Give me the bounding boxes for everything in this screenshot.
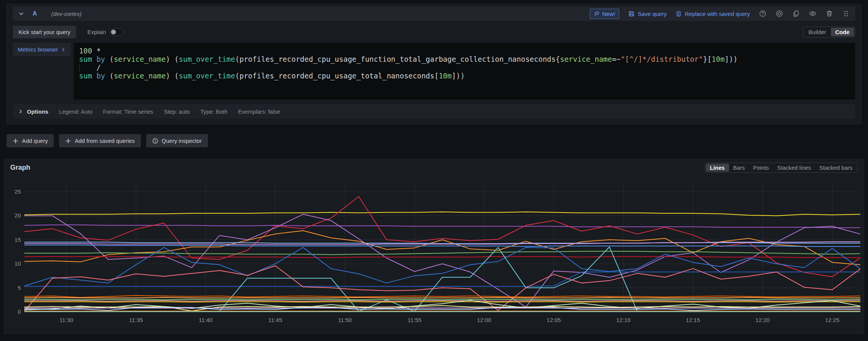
series-lightorange-flat: [25, 297, 860, 298]
graph-mode-bars[interactable]: Bars: [729, 164, 749, 172]
add-from-saved-queries-button[interactable]: Add from saved queries: [59, 134, 141, 147]
add-query-button[interactable]: Add query: [6, 134, 54, 147]
code-line-3: /: [79, 63, 850, 72]
graph-mode-stacked-lines[interactable]: Stacked lines: [773, 164, 815, 172]
series-red-volatile: [25, 197, 860, 277]
x-axis-label: 11:50: [338, 317, 351, 323]
y-axis-label: 10: [14, 260, 21, 267]
explain-label: Explain: [87, 29, 106, 35]
graph-mode-stacked-bars[interactable]: Stacked bars: [815, 164, 857, 172]
series-green-12: [25, 251, 860, 255]
save-query-label: Save query: [638, 11, 667, 17]
query-editor-row: Metrics browser 100 *sum by (service_nam…: [13, 43, 855, 100]
info-circle-icon: [152, 138, 158, 144]
query-option-stat: Legend: Auto: [59, 108, 92, 115]
x-axis-label: 12:20: [756, 317, 770, 323]
query-inspector-button[interactable]: Query inspector: [146, 134, 208, 147]
help-circle-icon[interactable]: [759, 10, 767, 17]
query-toolbar: Kick start your query Explain Builder Co…: [13, 25, 855, 38]
editor-mode-builder[interactable]: Builder: [804, 28, 831, 36]
replace-with-saved-query-label: Replace with saved query: [685, 11, 750, 17]
options-title: Options: [27, 108, 48, 115]
collapse-chevron-icon[interactable]: [18, 11, 24, 17]
editor-mode-switcher: Builder Code: [803, 27, 855, 38]
y-axis-label: 25: [14, 188, 21, 195]
code-editor[interactable]: 100 *sum by (service_name) (sum_over_tim…: [74, 43, 855, 100]
angle-right-icon: [61, 47, 66, 52]
code-line-2: sum by (service_name) (sum_over_time(pro…: [79, 55, 850, 63]
series-darkyellow-flat: [25, 302, 860, 302]
query-option-stat: Step: auto: [164, 108, 190, 115]
x-axis-label: 11:55: [407, 317, 421, 323]
query-ref-id: A: [33, 10, 37, 17]
graph-mode-lines[interactable]: Lines: [706, 164, 729, 172]
angle-right-icon: [18, 109, 23, 114]
query-editor-panel: A (dev-cortex) New! Save query: [6, 4, 862, 124]
save-query-button[interactable]: Save query: [628, 11, 667, 17]
query-header-actions: New! Save query Replace with saved query: [590, 9, 850, 19]
new-badge[interactable]: New!: [590, 9, 619, 19]
rocket-icon: [594, 11, 599, 17]
series-magenta-volatile: [25, 214, 860, 307]
explain-toggle[interactable]: [110, 28, 123, 36]
graph-panel: Graph LinesBarsPointsStacked linesStacke…: [4, 159, 864, 334]
metrics-browser-label: Metrics browser: [18, 46, 58, 53]
add-query-label: Add query: [22, 138, 48, 144]
explain-toggle-group: Explain: [87, 28, 123, 36]
x-axis-label: 11:45: [269, 317, 282, 323]
options-header: Options: [18, 108, 48, 115]
document-icon: [676, 11, 682, 17]
copy-icon[interactable]: [792, 10, 800, 17]
query-row-header[interactable]: A (dev-cortex) New! Save query: [13, 6, 855, 21]
series-violet-flat: [25, 242, 860, 245]
time-series-chart[interactable]: 051015202511:3011:3511:4011:4511:5011:55…: [8, 174, 865, 328]
save-icon: [628, 11, 635, 17]
series-pink-volatile: [25, 266, 860, 311]
x-axis-label: 12:10: [616, 317, 631, 323]
query-inspector-label: Query inspector: [162, 138, 202, 144]
query-option-stat: Type: Both: [200, 108, 228, 115]
replace-with-saved-query-button[interactable]: Replace with saved query: [676, 11, 750, 17]
record-circle-icon[interactable]: [776, 10, 783, 17]
y-axis-label: 15: [14, 236, 21, 243]
eye-icon[interactable]: [809, 10, 816, 17]
x-axis-label: 11:30: [59, 317, 73, 323]
plus-icon: [65, 138, 71, 144]
query-option-stat: Exemplars: false: [238, 108, 280, 115]
code-line-1: 100 *: [79, 47, 850, 55]
series-lightgreen-flat: [25, 299, 860, 300]
add-from-saved-queries-label: Add from saved queries: [75, 138, 134, 144]
toggle-knob: [111, 30, 116, 34]
graph-panel-header: Graph LinesBarsPointsStacked linesStacke…: [4, 159, 864, 174]
datasource-name: (dev-cortex): [52, 11, 82, 17]
x-axis-label: 11:40: [199, 317, 212, 323]
query-option-stat: Format: Time series: [103, 108, 153, 115]
plus-icon: [12, 138, 19, 144]
graph-panel-title: Graph: [10, 164, 30, 172]
x-axis-label: 11:35: [129, 317, 143, 323]
code-line-4: sum by (service_name) (sum_over_time(pro…: [79, 72, 850, 80]
series-blue-flat: [25, 245, 860, 247]
trash-icon[interactable]: [826, 10, 833, 17]
chart-series: [25, 197, 860, 312]
graph-mode-group: LinesBarsPointsStacked linesStacked bars: [705, 163, 858, 173]
kick-start-query-button[interactable]: Kick start your query: [13, 26, 76, 38]
options-stats: Legend: AutoFormat: Time seriesStep: aut…: [59, 108, 280, 115]
x-axis-label: 12:05: [546, 317, 561, 323]
x-axis-label: 12:15: [686, 317, 700, 323]
x-axis-label: 12:25: [825, 317, 840, 323]
series-orange-volatile: [25, 231, 860, 265]
code-lines: 100 *sum by (service_name) (sum_over_tim…: [79, 47, 850, 80]
series-yellow-flat-20: [25, 212, 860, 216]
query-actions-row: Add query Add from saved queries Query i…: [6, 134, 862, 147]
drag-handle-icon[interactable]: [842, 10, 850, 17]
query-options-row[interactable]: Options Legend: AutoFormat: Time seriesS…: [13, 104, 855, 119]
new-badge-label: New!: [602, 11, 615, 17]
y-axis-label: 5: [18, 285, 21, 291]
graph-mode-points[interactable]: Points: [749, 164, 773, 172]
editor-mode-code[interactable]: Code: [831, 28, 854, 36]
series-pink-flat: [25, 301, 860, 301]
series-darkorange-3: [25, 296, 860, 297]
x-axis-label: 12:00: [477, 317, 492, 323]
metrics-browser-button[interactable]: Metrics browser: [13, 43, 71, 56]
